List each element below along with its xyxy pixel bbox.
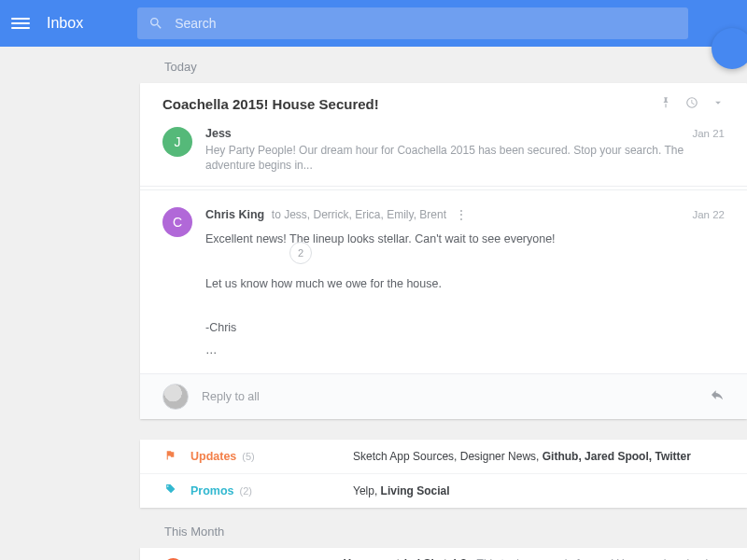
message-body: Excellent news! The lineup looks stellar… xyxy=(205,229,725,362)
flag-icon xyxy=(162,449,177,464)
search-icon xyxy=(148,16,163,31)
avatar: C xyxy=(162,207,192,237)
collapsed-count-badge[interactable]: 2 xyxy=(289,242,312,264)
search-input[interactable]: Search xyxy=(137,7,688,39)
bundle-summary: Sketch App Sources, Designer News, Githu… xyxy=(353,450,691,463)
thread-card: Coachella 2015! House Secured! J Jess Ja… xyxy=(140,83,747,419)
user-avatar xyxy=(162,384,189,410)
sender-name: Chris King xyxy=(205,208,264,221)
menu-icon[interactable] xyxy=(11,14,30,33)
app-title: Inbox xyxy=(47,15,83,32)
thread-title: Coachella 2015! House Secured! xyxy=(162,96,379,112)
compose-fab[interactable] xyxy=(712,28,747,69)
sender-name: Jess xyxy=(205,127,232,140)
snooze-icon[interactable] xyxy=(685,96,698,112)
pin-icon[interactable] xyxy=(659,96,672,112)
bundle-promos[interactable]: Promos (2) Yelp, Living Social xyxy=(140,473,747,508)
reply-placeholder: Reply to all xyxy=(202,390,697,403)
reply-icon[interactable] xyxy=(710,387,725,405)
bundle-updates[interactable]: Updates (5) Sketch App Sources, Designer… xyxy=(140,440,747,473)
message-collapsed[interactable]: J Jess Jan 21 Hey Party People! Our drea… xyxy=(140,116,747,184)
message-preview: Hey Party People! Our dream hour for Coa… xyxy=(205,144,725,173)
chevron-down-icon[interactable] xyxy=(712,96,725,112)
message-expanded: C Chris King to Jess, Derrick, Erica, Em… xyxy=(140,190,747,373)
email-row[interactable]: D Don Have you tried Sketch? - This tool… xyxy=(140,548,747,560)
bundle-summary: Yelp, Living Social xyxy=(353,484,450,497)
app-header: Inbox Search xyxy=(0,0,747,47)
section-this-month: This Month xyxy=(164,525,747,539)
recipients: to Jess, Derrick, Erica, Emily, Brent xyxy=(272,208,446,221)
bundle-count: (2) xyxy=(240,485,252,497)
message-date: Jan 22 xyxy=(692,209,725,220)
message-date: Jan 21 xyxy=(692,128,725,139)
bundle-name: Promos xyxy=(190,484,234,497)
avatar: J xyxy=(162,127,192,157)
main-content: Today Coachella 2015! House Secured! J J… xyxy=(0,47,747,560)
more-icon[interactable]: ⋮ xyxy=(456,208,468,221)
bundle-name: Updates xyxy=(190,450,236,463)
search-placeholder: Search xyxy=(175,16,216,31)
tag-icon xyxy=(162,483,177,498)
reply-row[interactable]: Reply to all xyxy=(140,373,747,419)
bundle-list: Updates (5) Sketch App Sources, Designer… xyxy=(140,440,747,508)
bundle-count: (5) xyxy=(242,451,254,462)
section-today: Today xyxy=(164,60,747,74)
